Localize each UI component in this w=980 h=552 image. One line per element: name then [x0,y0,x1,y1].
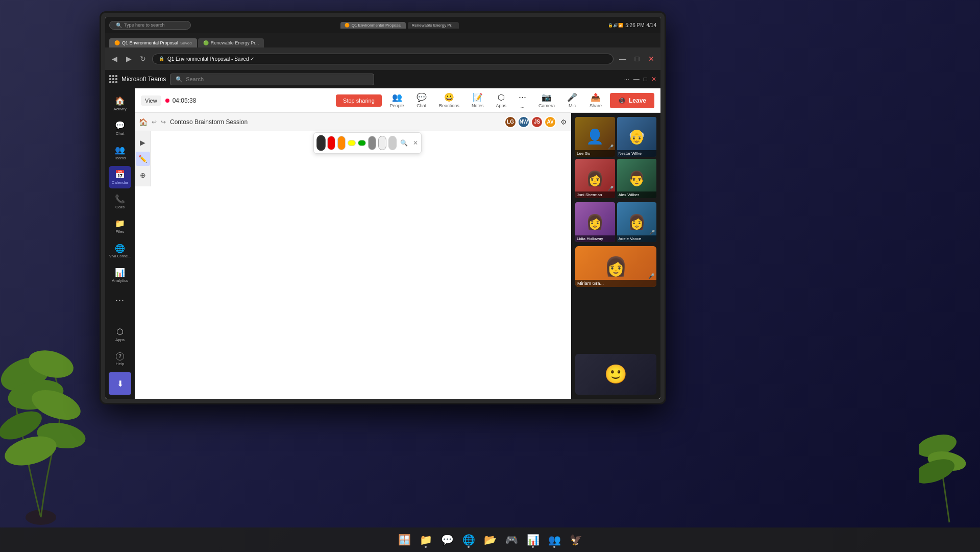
taskbar-start-button[interactable]: 🪟 [395,531,413,549]
teams-waffle-icon[interactable] [109,75,117,83]
sidebar-item-apps[interactable]: ⬡ Apps [109,323,131,346]
teams-more-options[interactable]: ··· [624,76,629,83]
pen-color-orange[interactable] [337,136,346,150]
browser-maximize[interactable]: □ [632,55,642,63]
whiteboard-forward-btn[interactable]: ↪ [161,118,166,126]
participant-alex[interactable]: 👨 Alex Wilber [617,159,657,199]
sidebar-label-chat: Chat [116,131,125,136]
pen-toolbar-close-btn[interactable]: ✕ [413,139,418,147]
browser-tab-2[interactable]: Renewable Energy Pr... [408,22,459,29]
pen-color-red[interactable] [327,136,335,150]
meeting-timer-area: 04:05:38 [165,97,197,104]
share-action[interactable]: 📤 Share [585,90,606,110]
whiteboard-home-btn[interactable]: 🏠 [139,118,148,126]
mic-action[interactable]: 🎤 Mic [563,90,581,110]
participant-nestor[interactable]: 👴 Nestor Wilke [617,117,657,157]
browser-refresh-btn[interactable]: ↻ [138,55,148,63]
browser-window: 🟠 Q1 Environmental Proposal Saved 🟢 Rene… [105,33,660,70]
pen-tool[interactable]: ✏️ [136,152,150,166]
teams-close[interactable]: ✕ [651,76,656,83]
search-icon-sm: 🔍 [116,22,122,28]
sidebar-item-more[interactable]: ··· [109,289,131,311]
view-button[interactable]: View [141,95,161,106]
participant-lee-gu[interactable]: 👤 Lee Gu 🎤 [575,117,615,157]
browser-tab-renewable[interactable]: 🟢 Renewable Energy Pr... [198,38,264,47]
windows-taskbar-bottom: 🪟 📁 💬 🌐 📂 🎮 📊 👥 🦅 [0,527,980,552]
windows-taskbar-top: 🔍 Type here to search 🟠 Q1 Environmental… [105,17,660,33]
stop-sharing-button[interactable]: Stop sharing [336,94,382,107]
sidebar-item-chat[interactable]: 💬 Chat [109,117,131,139]
add-tool[interactable]: ⊕ [136,168,150,182]
camera-icon: 📷 [542,92,552,102]
more-dots-icon: ··· [519,92,526,103]
pen-color-white[interactable] [378,136,386,150]
sidebar-label-teams: Teams [114,156,126,160]
taskbar-files-button[interactable]: 📁 [416,531,435,549]
self-view[interactable]: 🙂 [575,354,656,395]
sidebar-item-download[interactable]: ⬇ [109,372,131,395]
leave-icon: 📵 [618,97,626,104]
taskbar-teams-button[interactable]: 👥 [545,531,564,549]
sidebar-label-apps: Apps [115,338,125,342]
participant-miriam[interactable]: 👩 Miriam Gra... 🎤 [575,246,656,287]
joni-mic: 🎤 [608,186,614,191]
pen-color-green[interactable] [358,140,366,146]
browser-close[interactable]: ✕ [646,55,656,63]
taskbar-center: 🟠 Q1 Environmental Proposal Renewable En… [340,22,459,29]
mic-label: Mic [569,103,576,108]
sidebar-item-viva[interactable]: 🌐 Viva Conne... [109,239,131,262]
sidebar-item-files[interactable]: 📁 Files [109,215,131,237]
teams-minimize[interactable]: — [633,76,640,83]
browser-tab-active[interactable]: 🟠 Q1 Environmental Proposal [340,22,406,29]
participant-adele[interactable]: 👩 Adele Vance 🎤 [617,202,657,242]
taskbar-chat-button[interactable]: 💬 [438,531,456,549]
taskbar-xbox-button[interactable]: 🎮 [502,531,521,549]
browser-forward-btn[interactable]: ▶ [124,55,134,63]
pen-color-gray[interactable] [368,136,376,150]
apps-action[interactable]: ⬡ Apps [492,90,510,110]
reactions-action[interactable]: 😀 Reactions [435,90,463,110]
sidebar-item-help[interactable]: ? Help [109,348,131,370]
taskbar-powerpoint-button[interactable]: 📊 [524,531,542,549]
whiteboard-settings-btn[interactable]: ⚙ [560,118,567,126]
leave-button[interactable]: 📵 Leave [610,93,654,108]
pen-magnify-btn[interactable]: 🔍 [399,138,409,148]
teams-search-icon: 🔍 [176,76,183,83]
calls-icon: 📞 [115,194,125,204]
sidebar-item-teams[interactable]: 👥 Teams [109,141,131,164]
pen-color-black[interactable] [316,135,326,151]
chat-action[interactable]: 💬 Chat [412,90,431,110]
browser-back-btn[interactable]: ◀ [109,55,119,63]
camera-action[interactable]: 📷 Camera [534,90,559,110]
browser-tab-proposal[interactable]: 🟠 Q1 Environmental Proposal Saved [109,38,197,47]
teams-main-content: View 04:05:38 Stop sharing 👥 People 💬 [135,88,660,399]
sidebar-item-analytics[interactable]: 📊 Analytics [109,264,131,286]
browser-tabs-row: 🟠 Q1 Environmental Proposal Saved 🟢 Rene… [105,33,660,47]
browser-address-bar[interactable]: 🔒 Q1 Environmental Proposal - Saved ✓ [152,54,614,64]
sidebar-item-activity[interactable]: 🏠 Activity [109,92,131,115]
select-tool[interactable]: ▶ [136,135,150,150]
sidebar-label-help: Help [116,362,124,366]
taskbar-edge-button[interactable]: 🌐 [459,531,478,549]
sidebar-item-calls[interactable]: 📞 Calls [109,190,131,213]
taskbar-dynamics-button[interactable]: 🦅 [567,531,585,549]
whiteboard-left-toolbar: ▶ ✏️ ⊕ [135,131,151,186]
teams-titlebar: Microsoft Teams 🔍 Search ··· — □ ✕ [105,70,660,88]
sidebar-item-calendar[interactable]: 📅 Calendar [109,166,131,188]
teams-search-box[interactable]: 🔍 Search [170,74,374,85]
teams-maximize[interactable]: □ [644,76,647,83]
pen-color-yellow[interactable] [348,140,356,146]
activity-icon: 🏠 [115,96,125,106]
files-icon: 📁 [115,219,125,228]
more-action[interactable]: ··· ... [514,90,530,111]
whiteboard-back-btn[interactable]: ↩ [152,118,157,126]
pen-color-lightgray[interactable] [388,136,397,150]
windows-search-box[interactable]: 🔍 Type here to search [109,21,191,30]
notes-action[interactable]: 📝 Notes [468,90,488,110]
taskbar-explorer-button[interactable]: 📂 [481,531,499,549]
adele-mic: 🎤 [649,230,655,235]
participant-joni[interactable]: 👩 Joni Sherman 🎤 [575,159,615,199]
people-action[interactable]: 👥 People [386,90,408,110]
participant-lidia[interactable]: 👩 Lidia Holloway [575,202,615,242]
browser-minimize[interactable]: — [618,55,628,63]
